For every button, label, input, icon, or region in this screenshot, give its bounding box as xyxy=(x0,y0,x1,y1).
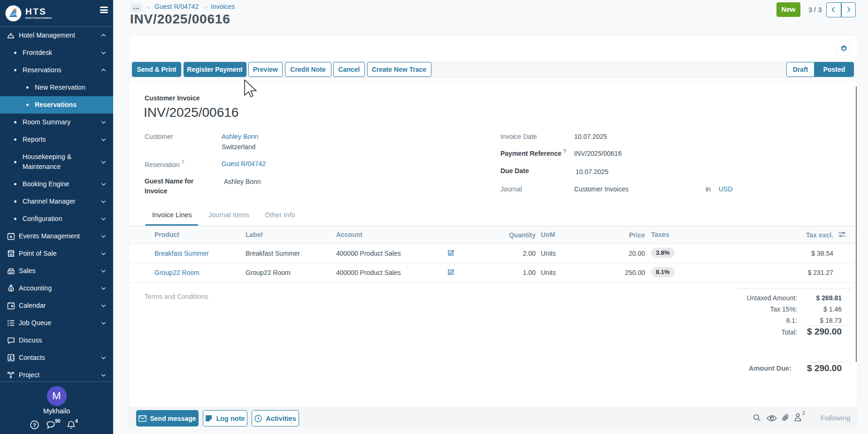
svg-text:?: ? xyxy=(33,422,36,428)
svg-text:$: $ xyxy=(10,287,12,291)
